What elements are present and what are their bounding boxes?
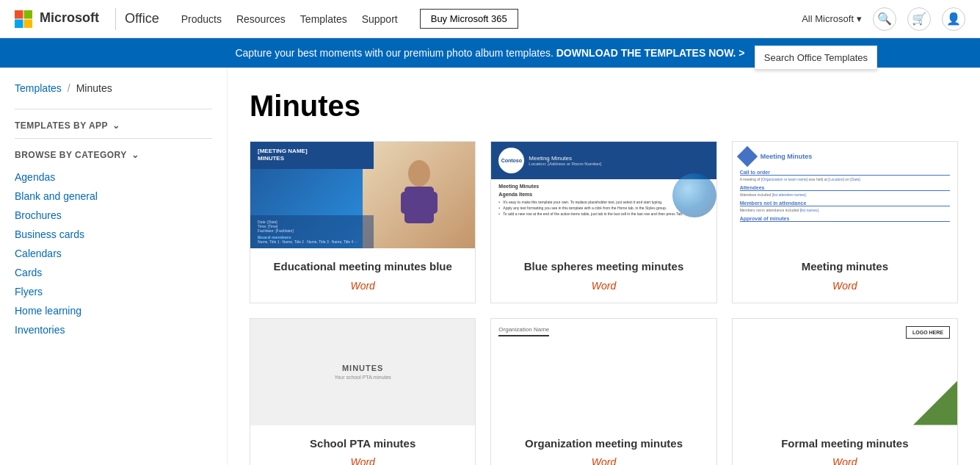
search-icon[interactable]: 🔍 <box>873 7 896 31</box>
edu-content: Date: [Date] Time: [Time] Facilitator: [… <box>250 215 374 248</box>
category-calendars[interactable]: Calendars <box>15 248 62 259</box>
list-item: Flyers <box>15 282 212 301</box>
sidebar-divider-2 <box>15 138 212 139</box>
category-business-cards[interactable]: Business cards <box>15 228 84 240</box>
template-thumbnail: Meeting Minutes Call to order A meeting … <box>733 142 957 248</box>
microsoft-text: Microsoft <box>40 10 99 28</box>
all-microsoft-dropdown[interactable]: All Microsoft ▾ <box>802 13 862 24</box>
template-thumbnail: [MEETING NAME]MINUTES Date: [Date] <box>250 142 475 248</box>
edu-photo <box>363 142 475 248</box>
template-thumbnail: MINUTES Your school PTA minutes <box>250 319 475 425</box>
sidebar: Templates / Minutes TEMPLATES BY APP ⌄ B… <box>0 68 228 465</box>
breadcrumb-current: Minutes <box>76 82 112 94</box>
logo-box: LOGO HERE <box>906 326 950 339</box>
template-name: School PTA minutes <box>261 436 464 451</box>
template-thumbnail: LOGO HERE <box>733 319 957 425</box>
template-card-pta[interactable]: MINUTES Your school PTA minutes School P… <box>250 318 476 466</box>
template-info: School PTA minutes Word <box>250 425 475 466</box>
plain-section-approval: Approval of minutes <box>740 216 950 222</box>
list-item: Business cards <box>15 225 212 244</box>
org-name: Organization Name <box>498 326 549 336</box>
account-icon[interactable]: 👤 <box>942 7 965 31</box>
office-label: Office <box>125 11 159 26</box>
list-item: Inventories <box>15 320 212 339</box>
template-app: Word <box>502 456 705 465</box>
banner-text: Capture your best moments with our premi… <box>235 47 556 59</box>
pta-content: MINUTES Your school PTA minutes <box>334 364 391 380</box>
nav-support[interactable]: Support <box>362 13 398 25</box>
list-item: Brochures <box>15 206 212 225</box>
main-layout: Templates / Minutes TEMPLATES BY APP ⌄ B… <box>0 68 980 465</box>
nav-products[interactable]: Products <box>181 13 222 25</box>
breadcrumb-parent[interactable]: Templates <box>15 82 62 94</box>
template-card-edu[interactable]: [MEETING NAME]MINUTES Date: [Date] <box>250 141 476 303</box>
sidebar-divider-1 <box>15 109 212 109</box>
category-brochures[interactable]: Brochures <box>15 209 62 221</box>
category-agendas[interactable]: Agendas <box>15 171 55 183</box>
microsoft-logo[interactable]: Microsoft <box>15 10 99 28</box>
template-card-plain[interactable]: Meeting Minutes Call to order A meeting … <box>732 141 958 303</box>
chevron-down-icon: ⌄ <box>112 120 120 131</box>
category-list: Agendas Blank and general Brochures Busi… <box>15 167 212 339</box>
template-card-formal[interactable]: LOGO HERE Formal meeting minutes Word <box>732 318 958 466</box>
banner-link[interactable]: DOWNLOAD THE TEMPLATES NOW. > <box>556 47 745 59</box>
template-thumbnail: Organization Name <box>491 319 716 425</box>
template-app: Word <box>502 280 705 292</box>
template-card-org[interactable]: Organization Name Organization meeting m… <box>490 318 716 466</box>
template-card-sphere[interactable]: Contoso Meeting Minutes Location: [Addre… <box>490 141 716 303</box>
green-shape <box>913 381 957 425</box>
svg-rect-3 <box>24 19 32 27</box>
list-item: Agendas <box>15 167 212 187</box>
search-tooltip: Search Office Templates <box>755 46 877 70</box>
template-name: Meeting minutes <box>744 259 946 274</box>
site-header: Microsoft Office Products Resources Temp… <box>0 0 980 38</box>
template-app: Word <box>261 456 464 465</box>
templates-by-app-toggle[interactable]: TEMPLATES BY APP ⌄ <box>15 120 212 131</box>
browse-by-category-toggle[interactable]: BROWSE BY CATEGORY ⌄ <box>15 150 212 160</box>
template-info: Educational meeting minutes blue Word <box>250 248 475 303</box>
buy-button[interactable]: Buy Microsoft 365 <box>420 9 518 29</box>
template-thumbnail: Contoso Meeting Minutes Location: [Addre… <box>491 142 716 248</box>
template-grid: [MEETING NAME]MINUTES Date: [Date] <box>250 141 958 465</box>
template-name: Blue spheres meeting minutes <box>502 259 705 274</box>
nav-resources[interactable]: Resources <box>236 13 286 25</box>
category-home-learning[interactable]: Home learning <box>15 305 81 317</box>
template-app: Word <box>744 280 946 292</box>
sphere-orb <box>672 173 716 217</box>
plain-title: Meeting Minutes <box>761 153 813 160</box>
svg-point-4 <box>408 160 430 187</box>
category-flyers[interactable]: Flyers <box>15 286 43 298</box>
main-nav: Products Resources Templates Support Buy… <box>181 9 802 29</box>
sphere-header-text: Meeting Minutes Location: [Address or Ro… <box>529 155 601 166</box>
list-item: Home learning <box>15 301 212 320</box>
page-title: Minutes <box>250 90 958 123</box>
sphere-logo: Contoso <box>498 148 524 173</box>
list-item: Calendars <box>15 244 212 263</box>
template-name: Formal meeting minutes <box>744 436 946 451</box>
template-info: Formal meeting minutes Word <box>733 425 957 466</box>
header-divider <box>115 8 116 30</box>
template-app: Word <box>744 456 946 465</box>
breadcrumb-separator: / <box>68 82 70 94</box>
plain-section-call: Call to order A meeting of [Organization… <box>740 170 950 181</box>
template-info: Blue spheres meeting minutes Word <box>491 248 716 303</box>
chevron-down-icon: ▾ <box>857 13 862 24</box>
svg-rect-6 <box>401 192 412 214</box>
list-item: Blank and general <box>15 187 212 206</box>
template-app: Word <box>261 280 464 292</box>
svg-rect-1 <box>24 10 32 18</box>
category-cards[interactable]: Cards <box>15 267 42 278</box>
nav-templates[interactable]: Templates <box>300 13 347 25</box>
svg-rect-7 <box>427 192 438 214</box>
cart-icon[interactable]: 🛒 <box>907 7 931 31</box>
plain-header: Meeting Minutes <box>740 149 950 164</box>
sphere-header: Contoso Meeting Minutes Location: [Addre… <box>491 142 716 179</box>
svg-rect-2 <box>15 19 23 27</box>
category-blank[interactable]: Blank and general <box>15 190 98 202</box>
svg-rect-0 <box>15 10 23 18</box>
plain-diamond <box>737 146 758 167</box>
category-inventories[interactable]: Inventories <box>15 324 65 336</box>
header-right: All Microsoft ▾ 🔍 🛒 👤 Search Office Temp… <box>802 7 965 31</box>
template-info: Organization meeting minutes Word <box>491 425 716 466</box>
plain-section-absent: Members not in attendance Members not in… <box>740 201 950 212</box>
